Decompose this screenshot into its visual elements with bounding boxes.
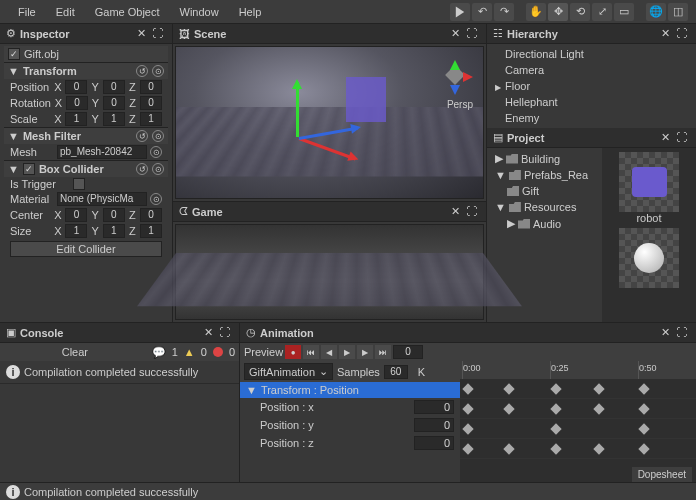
- meshfilter-header[interactable]: Mesh Filter: [23, 130, 132, 142]
- folder-item[interactable]: ▶Audio: [487, 215, 602, 232]
- folder-item[interactable]: Gift: [487, 183, 602, 199]
- maximize-icon[interactable]: ⛶: [676, 326, 690, 340]
- center-x[interactable]: 0: [65, 208, 87, 222]
- expand-icon[interactable]: ▼: [8, 65, 19, 77]
- first-frame-button[interactable]: ⏮: [303, 345, 319, 359]
- size-x[interactable]: 1: [65, 224, 87, 238]
- keyframe[interactable]: [593, 383, 604, 394]
- game-tab[interactable]: ᗧ Game ✕ ⛶: [173, 202, 486, 222]
- inspector-tab[interactable]: ⚙ Inspector ✕ ⛶: [0, 24, 172, 44]
- keyframe[interactable]: [638, 443, 649, 454]
- hierarchy-item[interactable]: Enemy: [487, 110, 696, 126]
- close-icon[interactable]: ✕: [201, 326, 215, 339]
- scene-tab[interactable]: 🖼 Scene ✕ ⛶: [173, 24, 486, 44]
- maximize-icon[interactable]: ⛶: [466, 205, 480, 219]
- gizmo-y-axis[interactable]: [296, 82, 299, 137]
- options-icon[interactable]: ⊙: [152, 163, 164, 175]
- error-count-icon[interactable]: [213, 347, 223, 357]
- maximize-icon[interactable]: ⛶: [152, 27, 166, 41]
- persp-label[interactable]: Persp: [447, 99, 473, 110]
- keyframe[interactable]: [462, 403, 473, 414]
- maximize-icon[interactable]: ⛶: [466, 27, 480, 41]
- animation-tab[interactable]: ◷ Animation ✕ ⛶: [240, 323, 696, 343]
- info-count-icon[interactable]: 💬: [152, 346, 166, 359]
- scale-y[interactable]: 1: [103, 112, 125, 126]
- keyframe[interactable]: [503, 383, 514, 394]
- center-y[interactable]: 0: [103, 208, 125, 222]
- center-z[interactable]: 0: [140, 208, 162, 222]
- anim-track-header[interactable]: ▼Transform : Position: [240, 382, 460, 398]
- console-message[interactable]: i Compilation completed successfully: [0, 361, 239, 384]
- anim-property[interactable]: Position : x0: [240, 398, 460, 416]
- warn-count-icon[interactable]: ▲: [184, 346, 195, 358]
- pos-x[interactable]: 0: [65, 80, 87, 94]
- rect-tool[interactable]: ▭: [614, 3, 634, 21]
- last-frame-button[interactable]: ⏭: [375, 345, 391, 359]
- close-icon[interactable]: ✕: [448, 205, 462, 218]
- menu-file[interactable]: File: [8, 0, 46, 24]
- hand-tool[interactable]: ✋: [526, 3, 546, 21]
- folder-item[interactable]: ▶Building: [487, 150, 602, 167]
- record-button[interactable]: ●: [285, 345, 301, 359]
- hierarchy-item[interactable]: Directional Light: [487, 46, 696, 62]
- hierarchy-item[interactable]: Camera: [487, 62, 696, 78]
- rot-z[interactable]: 0: [140, 96, 162, 110]
- keyframe-button[interactable]: K: [418, 366, 425, 378]
- samples-field[interactable]: 60: [384, 365, 408, 379]
- keyframe[interactable]: [638, 403, 649, 414]
- play-button[interactable]: [450, 3, 470, 21]
- edit-collider-button[interactable]: Edit Collider: [10, 241, 162, 257]
- close-icon[interactable]: ✕: [448, 27, 462, 40]
- keyframe[interactable]: [462, 443, 473, 454]
- object-active-checkbox[interactable]: [8, 48, 20, 60]
- prev-key-button[interactable]: ◀: [321, 345, 337, 359]
- project-tab[interactable]: ▤ Project ✕ ⛶: [487, 128, 696, 148]
- maximize-icon[interactable]: ⛶: [676, 27, 690, 41]
- size-z[interactable]: 1: [140, 224, 162, 238]
- picker-icon[interactable]: ⊙: [150, 146, 162, 158]
- collider-enabled[interactable]: [23, 163, 35, 175]
- material-field[interactable]: None (PhysicMa: [57, 192, 147, 206]
- globe-icon[interactable]: 🌐: [646, 3, 666, 21]
- play-button[interactable]: ▶: [339, 345, 355, 359]
- keyframe[interactable]: [503, 443, 514, 454]
- folder-item[interactable]: ▼Resources: [487, 199, 602, 215]
- move-tool[interactable]: ✥: [548, 3, 568, 21]
- transform-header[interactable]: Transform: [23, 65, 132, 77]
- keyframe[interactable]: [503, 403, 514, 414]
- scale-x[interactable]: 1: [65, 112, 87, 126]
- maximize-icon[interactable]: ⛶: [219, 326, 233, 340]
- orientation-gizmo[interactable]: [435, 55, 475, 95]
- folder-item[interactable]: ▼Prefabs_Rea: [487, 167, 602, 183]
- clear-button[interactable]: Clear: [4, 346, 146, 358]
- animation-timeline[interactable]: 0:00 0:25 0:50 Dopesheet: [460, 361, 696, 482]
- keyframe[interactable]: [462, 383, 473, 394]
- menu-window[interactable]: Window: [170, 0, 229, 24]
- keyframe[interactable]: [550, 383, 561, 394]
- size-y[interactable]: 1: [103, 224, 125, 238]
- boxcollider-header[interactable]: Box Collider: [39, 163, 132, 175]
- next-key-button[interactable]: ▶: [357, 345, 373, 359]
- rotate-tool[interactable]: ⟲: [570, 3, 590, 21]
- reset-icon[interactable]: ↺: [136, 130, 148, 142]
- undo-button[interactable]: ↶: [472, 3, 492, 21]
- scale-tool[interactable]: ⤢: [592, 3, 612, 21]
- maximize-icon[interactable]: ⛶: [676, 131, 690, 145]
- asset-item[interactable]: robot: [614, 152, 684, 224]
- keyframe[interactable]: [593, 403, 604, 414]
- preview-toggle[interactable]: Preview: [244, 346, 283, 358]
- hierarchy-item[interactable]: Floor: [487, 78, 696, 94]
- rot-x[interactable]: 0: [66, 96, 88, 110]
- rot-y[interactable]: 0: [103, 96, 125, 110]
- scene-viewport[interactable]: Persp: [175, 46, 484, 199]
- istrigger-checkbox[interactable]: [73, 178, 85, 190]
- picker-icon[interactable]: ⊙: [150, 193, 162, 205]
- asset-item[interactable]: [614, 228, 684, 288]
- reset-icon[interactable]: ↺: [136, 65, 148, 77]
- keyframe[interactable]: [550, 443, 561, 454]
- menu-edit[interactable]: Edit: [46, 0, 85, 24]
- scale-z[interactable]: 1: [140, 112, 162, 126]
- keyframe[interactable]: [462, 423, 473, 434]
- options-icon[interactable]: ⊙: [152, 130, 164, 142]
- keyframe[interactable]: [638, 383, 649, 394]
